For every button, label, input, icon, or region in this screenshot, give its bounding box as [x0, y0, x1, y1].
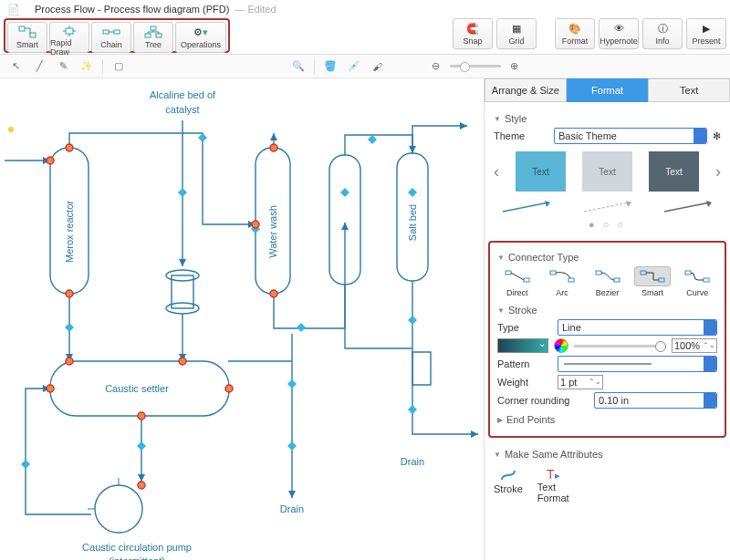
water-label: Water wash — [267, 205, 278, 258]
stroke-type-label: Type — [497, 322, 552, 333]
theme-select[interactable]: Basic Theme — [554, 128, 707, 144]
pattern-select[interactable] — [558, 356, 717, 372]
magnet-icon: 🧲 — [466, 21, 479, 36]
svg-line-34 — [664, 202, 710, 212]
svg-point-21 — [47, 385, 54, 392]
inspector-panel: Arrange & Size Format Text Style ThemeBa… — [484, 78, 730, 560]
operations-button[interactable]: ⚙︎ ▾Operations — [175, 22, 226, 53]
shape-tool-icon[interactable]: ▢ — [110, 58, 127, 75]
svg-rect-4 — [114, 30, 120, 34]
endpoints-header[interactable]: End Points — [497, 414, 717, 425]
pen-tool-icon[interactable]: ✎ — [55, 58, 71, 75]
gear-icon: ⚙︎ ▾ — [193, 25, 208, 39]
svg-rect-36 — [524, 278, 529, 282]
svg-point-26 — [270, 144, 277, 151]
wand-tool-icon[interactable]: ✨ — [78, 58, 95, 75]
connector-bezier[interactable]: Bezier — [588, 266, 627, 297]
info-button[interactable]: ⓘInfo — [642, 18, 683, 49]
svg-text:(intermittent): (intermittent) — [109, 555, 165, 560]
connector-arc[interactable]: Arc — [542, 266, 581, 297]
bucket-icon[interactable]: 🪣 — [322, 58, 339, 75]
arrow-style-1[interactable] — [499, 199, 554, 215]
stroke-type-select[interactable]: Line — [558, 319, 717, 336]
svg-point-22 — [179, 358, 186, 365]
tab-format[interactable]: Format — [567, 78, 649, 102]
svg-rect-45 — [704, 278, 709, 282]
opacity-field[interactable]: 100% — [672, 338, 717, 353]
hypernote-button[interactable]: 👁Hypernote — [599, 18, 639, 49]
connector-type-header[interactable]: Connector Type — [497, 252, 717, 263]
same-text-format-button[interactable]: T▸Text Format — [537, 467, 569, 503]
page-dots[interactable]: ● ○ ○ — [494, 219, 721, 230]
format-button[interactable]: 🎨Format — [555, 18, 595, 49]
svg-rect-5 — [151, 26, 156, 30]
theme-swatch-1[interactable]: Text — [516, 151, 566, 192]
prev-theme-icon[interactable]: ‹ — [494, 162, 499, 181]
doc-icon: 📄 — [7, 4, 20, 16]
info-icon: ⓘ — [658, 21, 668, 36]
arrow-style-2[interactable] — [580, 199, 635, 215]
next-theme-icon[interactable]: › — [715, 162, 721, 181]
inspector-tabs: Arrange & Size Format Text — [485, 78, 730, 102]
svg-point-25 — [252, 221, 259, 228]
doc-title: Process Flow - Process flow diagram (PFD… — [35, 4, 229, 15]
present-button[interactable]: ▶︎Present — [686, 18, 726, 49]
svg-rect-0 — [19, 26, 25, 31]
arrow-tool-icon[interactable]: ↖︎ — [7, 58, 24, 75]
svg-rect-7 — [156, 34, 162, 37]
rapid-draw-button[interactable]: Rapid Draw — [49, 22, 89, 53]
connector-curve[interactable]: Curve — [678, 266, 717, 297]
svg-rect-42 — [641, 271, 646, 275]
zoom-slider[interactable] — [450, 65, 501, 67]
connector-smart[interactable]: Smart — [632, 266, 672, 297]
corner-label: Corner rounding — [497, 395, 589, 406]
arrow-style-3[interactable] — [661, 199, 715, 215]
style-header[interactable]: Style — [494, 113, 721, 124]
zoom-in-icon[interactable]: ⊕ — [506, 58, 523, 75]
tab-text[interactable]: Text — [648, 78, 730, 102]
opacity-slider[interactable] — [574, 345, 666, 347]
drain2-label: Drain — [401, 456, 424, 467]
svg-rect-39 — [568, 278, 574, 282]
svg-rect-1 — [30, 33, 36, 37]
svg-point-28 — [138, 482, 145, 489]
grid-icon: ▦ — [512, 21, 521, 36]
make-same-header[interactable]: Make Same Attributes — [494, 449, 721, 460]
tree-button[interactable]: Tree — [133, 22, 173, 53]
search-icon[interactable]: 🔍 — [290, 58, 307, 75]
brush-icon[interactable]: 🖌 — [370, 58, 386, 75]
pump-label: Caustic circulation pump — [82, 542, 192, 553]
drain1-label: Drain — [280, 503, 304, 514]
connector-direct[interactable]: Direct — [497, 266, 537, 297]
grid-button[interactable]: ▦Grid — [496, 18, 537, 49]
theme-label: Theme — [494, 130, 548, 141]
chain-button[interactable]: Chain — [91, 22, 131, 53]
theme-swatch-3[interactable]: Text — [649, 151, 699, 192]
gear-icon[interactable]: ✻ — [713, 130, 721, 142]
color-picker-icon[interactable] — [554, 338, 568, 353]
titlebar: 📄 Process Flow - Process flow diagram (P… — [0, 0, 730, 18]
svg-point-17 — [47, 157, 54, 164]
eyedropper-icon[interactable]: 💉 — [346, 58, 362, 75]
weight-field[interactable]: 1 pt — [558, 375, 603, 389]
line-tool-icon[interactable]: ╱ — [31, 58, 47, 75]
stroke-color-well[interactable] — [497, 338, 548, 353]
theme-swatch-2[interactable]: Text — [582, 151, 632, 192]
pattern-label: Pattern — [497, 358, 552, 369]
secondary-toolbar: ↖︎ ╱ ✎ ✨ ▢ 🔍 🪣 💉 🖌 ⊖ ⊕ — [0, 55, 730, 78]
diagram-canvas[interactable]: Alcaline bed of catalyst Merox reactor W… — [0, 78, 484, 560]
eye-icon: 👁 — [614, 21, 624, 36]
svg-point-27 — [270, 290, 277, 297]
snap-button[interactable]: 🧲Snap — [453, 18, 493, 49]
same-stroke-button[interactable]: Stroke — [494, 467, 523, 503]
zoom-out-icon[interactable]: ⊖ — [428, 58, 444, 75]
corner-select[interactable]: 0.10 in — [594, 392, 717, 409]
svg-point-23 — [138, 412, 145, 420]
svg-rect-43 — [659, 278, 664, 282]
svg-line-32 — [503, 202, 548, 212]
stroke-header[interactable]: Stroke — [497, 305, 717, 316]
tab-arrange[interactable]: Arrange & Size — [485, 78, 567, 102]
svg-rect-2 — [66, 28, 73, 34]
highlighted-stroke-section: Connector Type Direct Arc Bezier Smart C… — [488, 241, 726, 438]
smart-button[interactable]: Smart — [7, 22, 47, 53]
